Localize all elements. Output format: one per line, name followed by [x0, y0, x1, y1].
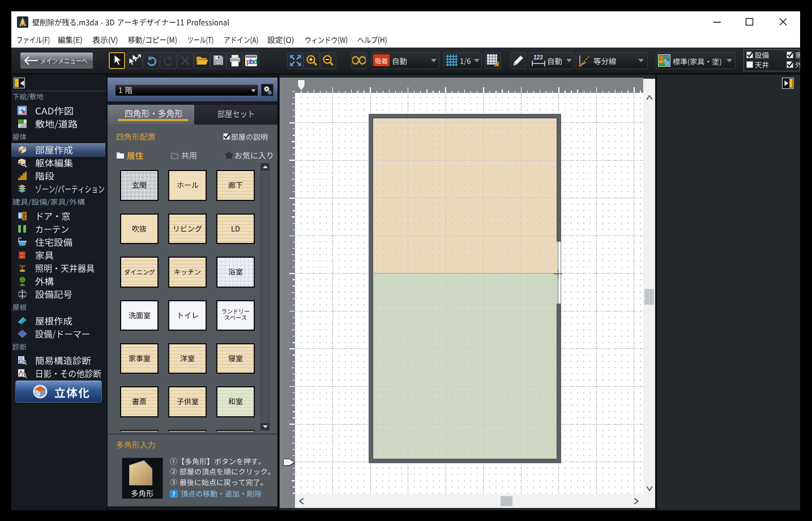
- svg-text:d: d: [253, 58, 257, 66]
- svg-text:123: 123: [533, 54, 543, 61]
